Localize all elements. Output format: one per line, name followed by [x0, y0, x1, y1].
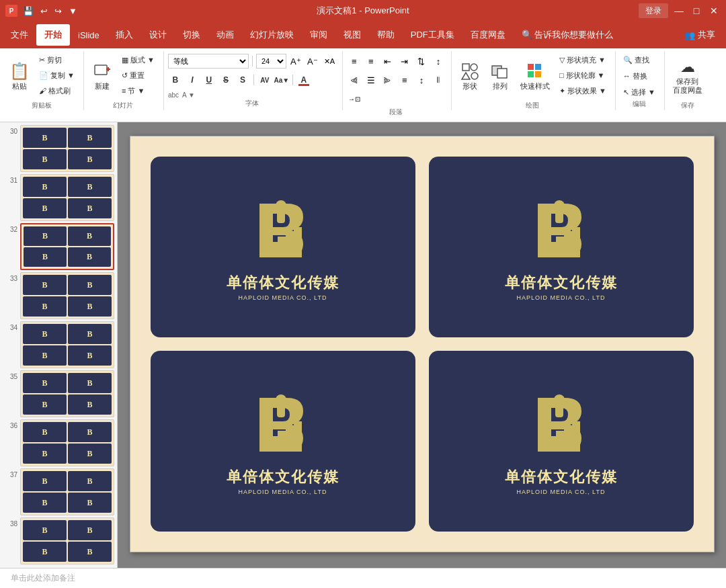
- underline-btn[interactable]: U: [202, 73, 216, 87]
- font-name-select[interactable]: 等线: [168, 54, 249, 69]
- slide-thumb-30[interactable]: B B B B: [20, 125, 114, 172]
- clipboard-label: 剪贴板: [5, 101, 78, 112]
- login-button[interactable]: 登录: [639, 3, 668, 18]
- menu-share[interactable]: 👥 共享: [676, 24, 723, 46]
- case-btn[interactable]: Aa▼: [274, 73, 289, 87]
- list-number-btn[interactable]: ≡: [364, 54, 378, 69]
- quick-style-button[interactable]: 快速样式: [516, 52, 554, 101]
- customize-quick-btn[interactable]: ▼: [67, 6, 79, 16]
- menu-home[interactable]: 开始: [36, 24, 70, 46]
- save-quick-btn[interactable]: 💾: [22, 6, 35, 16]
- paste-button[interactable]: 📋 粘贴: [5, 52, 34, 101]
- font-size-select[interactable]: 24: [256, 54, 286, 69]
- notes-area[interactable]: 单击此处添加备注: [0, 568, 726, 588]
- clear-format-btn[interactable]: ✕A: [322, 54, 337, 69]
- strikethrough-btn[interactable]: S: [218, 73, 233, 87]
- char-spacing-btn[interactable]: AV: [257, 73, 272, 87]
- undo-quick-btn[interactable]: ↩: [39, 6, 49, 16]
- align-justify-btn[interactable]: ≡: [397, 73, 412, 87]
- shapes-button[interactable]: 形状: [456, 52, 484, 101]
- logo-card-2[interactable]: 单倍体文化传媒 HAPLOID MEDIA CO., LTD: [429, 157, 694, 337]
- align-left-btn[interactable]: ⫷: [347, 73, 362, 87]
- menu-islide[interactable]: iSlide: [70, 24, 108, 46]
- logo-card-4[interactable]: 单倍体文化传媒 HAPLOID MEDIA CO., LTD: [429, 351, 694, 532]
- format-painter-button[interactable]: 🖌 格式刷: [36, 83, 78, 98]
- menu-pdf[interactable]: PDF工具集: [403, 24, 462, 46]
- slide-thumb-37[interactable]: B B B B: [20, 468, 114, 515]
- svg-rect-31: [294, 421, 302, 452]
- layout-button[interactable]: ▦ 版式 ▼: [118, 52, 158, 67]
- logo-card-1[interactable]: 单倍体文化传媒 HAPLOID MEDIA CO., LTD: [151, 157, 415, 337]
- list-bullet-btn[interactable]: ≡: [347, 54, 362, 69]
- align-center-btn[interactable]: ☰: [364, 73, 378, 87]
- shape-effect-btn[interactable]: ✦ 形状效果 ▼: [556, 83, 610, 98]
- menu-tell[interactable]: 🔍 告诉我你想要做什么: [514, 24, 622, 46]
- menu-transitions[interactable]: 切换: [175, 24, 208, 46]
- slide-item-38[interactable]: 38 B B B B: [3, 517, 114, 564]
- thumb-logo-inner: B: [87, 351, 92, 361]
- save-baidu-button[interactable]: ☁ 保存到百度网盘: [669, 52, 707, 101]
- slide-canvas[interactable]: 单倍体文化传媒 HAPLOID MEDIA CO., LTD 单倍体: [130, 136, 715, 552]
- new-slide-button[interactable]: 新建: [88, 52, 116, 101]
- menu-review[interactable]: 审阅: [302, 24, 335, 46]
- reset-button[interactable]: ↺ 重置: [118, 68, 158, 83]
- replace-button[interactable]: ↔ 替换: [620, 69, 651, 83]
- shape-fill-btn[interactable]: ▽ 形状填充 ▼: [556, 52, 610, 67]
- slide-thumb-38[interactable]: B B B B: [20, 517, 114, 564]
- slide-thumb-34[interactable]: B B B B: [20, 321, 114, 368]
- logo-card-3[interactable]: 单倍体文化传媒 HAPLOID MEDIA CO., LTD: [151, 351, 415, 532]
- shape-outline-btn[interactable]: □ 形状轮廓 ▼: [556, 68, 610, 83]
- slide-thumb-33[interactable]: B B B B: [20, 272, 114, 319]
- shadow-btn[interactable]: S: [235, 73, 250, 87]
- menu-design[interactable]: 设计: [141, 24, 175, 46]
- italic-btn[interactable]: I: [185, 73, 200, 87]
- slide-item-32[interactable]: 32 B B B B: [3, 223, 114, 270]
- slide-item-36[interactable]: 36 B B B B: [3, 419, 114, 466]
- increase-font-btn[interactable]: A⁺: [288, 54, 303, 69]
- line-spacing-btn[interactable]: ↕: [414, 73, 429, 87]
- menu-animations[interactable]: 动画: [208, 24, 242, 46]
- logo-sub-text-1: HAPLOID MEDIA CO., LTD: [227, 294, 339, 301]
- cut-button[interactable]: ✂ 剪切: [36, 52, 78, 67]
- slide-item-30[interactable]: 30 B B B B: [3, 125, 114, 172]
- menu-help[interactable]: 帮助: [369, 24, 403, 46]
- select-button[interactable]: ↖ 选择 ▼: [620, 85, 659, 99]
- increase-indent-btn[interactable]: ⇥: [397, 54, 412, 69]
- slide-item-31[interactable]: 31 B B B B: [3, 174, 114, 221]
- col-direction-btn[interactable]: ⇅: [414, 54, 429, 69]
- menu-file[interactable]: 文件: [3, 24, 36, 46]
- menu-insert[interactable]: 插入: [108, 24, 141, 46]
- menu-view[interactable]: 视图: [335, 24, 369, 46]
- arrange-button[interactable]: 排列: [486, 52, 514, 101]
- thumb-logo-inner: B: [42, 252, 48, 262]
- slide-panel[interactable]: 30 B B B B 31 B B B B 32 B B B B: [0, 122, 118, 568]
- slide-item-33[interactable]: 33 B B B B: [3, 272, 114, 319]
- svg-point-25: [554, 200, 565, 211]
- menu-slideshow[interactable]: 幻灯片放映: [242, 24, 302, 46]
- text-direction-btn[interactable]: ↕: [431, 54, 446, 69]
- maximize-button[interactable]: □: [690, 4, 703, 17]
- slide-thumb-31[interactable]: B B B B: [20, 174, 114, 221]
- close-button[interactable]: ✕: [707, 4, 721, 17]
- columns-btn[interactable]: ⦀: [431, 73, 446, 87]
- slide-item-35[interactable]: 35 B B B B: [3, 370, 114, 417]
- canvas-area[interactable]: 单倍体文化传媒 HAPLOID MEDIA CO., LTD 单倍体: [118, 122, 726, 568]
- find-button[interactable]: 🔍 查找: [620, 52, 653, 67]
- redo-quick-btn[interactable]: ↪: [53, 6, 63, 16]
- divider-3: [292, 75, 293, 85]
- section-button[interactable]: ≡ 节 ▼: [118, 83, 158, 98]
- slide-thumb-36[interactable]: B B B B: [20, 419, 114, 466]
- slide-thumb-32[interactable]: B B B B: [20, 223, 114, 270]
- bold-btn[interactable]: B: [168, 73, 183, 87]
- minimize-button[interactable]: —: [672, 4, 686, 17]
- slide-thumb-35[interactable]: B B B B: [20, 370, 114, 417]
- decrease-indent-btn[interactable]: ⇤: [380, 54, 395, 69]
- slide-item-37[interactable]: 37 B B B B: [3, 468, 114, 515]
- decrease-font-btn[interactable]: A⁻: [305, 54, 320, 69]
- align-right-btn[interactable]: ⫸: [380, 73, 395, 87]
- menu-baidu[interactable]: 百度网盘: [462, 24, 514, 46]
- slide-item-34[interactable]: 34 B B B B: [3, 321, 114, 368]
- font-color-btn[interactable]: A: [296, 73, 311, 87]
- copy-button[interactable]: 📄 复制 ▼: [36, 68, 78, 83]
- smartart-convert-btn[interactable]: →⊡: [347, 91, 362, 106]
